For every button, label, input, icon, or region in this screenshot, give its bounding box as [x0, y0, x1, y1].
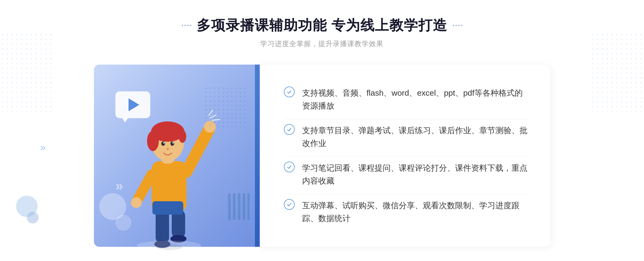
- small-circle: [27, 212, 39, 223]
- svg-point-15: [161, 141, 165, 146]
- dot7: [458, 25, 460, 26]
- left-decorator-dots: [182, 25, 191, 26]
- feature-text-2: 支持章节目录、弹题考试、课后练习、课后作业、章节测验、批改作业: [302, 124, 529, 150]
- bg-dots-left: [0, 32, 54, 113]
- svg-point-19: [166, 148, 169, 150]
- check-icon-3: [284, 162, 295, 172]
- svg-rect-24: [152, 201, 183, 215]
- svg-rect-31: [247, 193, 250, 220]
- left-panel: »: [94, 65, 255, 247]
- svg-rect-28: [233, 193, 236, 220]
- svg-rect-27: [228, 193, 231, 220]
- dot8: [461, 25, 462, 26]
- feature-text-1: 支持视频、音频、flash、word、excel、ppt、pdf等各种格式的资源…: [302, 87, 529, 112]
- blue-circles-deco: [16, 196, 39, 223]
- check-icon-1: [284, 87, 295, 97]
- dot6: [455, 25, 457, 26]
- content-area: »: [94, 65, 550, 247]
- dot3: [187, 25, 189, 26]
- feature-item-1: 支持视频、音频、flash、word、excel、ppt、pdf等各种格式的资源…: [284, 82, 529, 117]
- striped-deco: [228, 193, 250, 220]
- check-icon-4: [284, 199, 295, 210]
- svg-rect-30: [243, 193, 245, 220]
- dot1: [182, 25, 183, 26]
- header-section: 多项录播课辅助功能 专为线上教学打造 学习进度全掌握，提升录播课教学效果: [182, 16, 462, 49]
- dot5: [453, 25, 454, 26]
- feature-item-3: 学习笔记回看、课程提问、课程评论打分、课件资料下载，重点内容收藏: [284, 156, 529, 192]
- svg-line-6: [186, 129, 209, 172]
- circle-deco-2: [115, 215, 131, 231]
- bg-dots-right: [590, 32, 644, 113]
- feature-item-4: 互动弹幕、试听购买、微信分享、观看次数限制、学习进度跟踪、数据统计: [284, 194, 529, 230]
- svg-line-23: [209, 110, 213, 115]
- svg-text:»: »: [115, 178, 123, 193]
- page-container: 多项录播课辅助功能 专为线上教学打造 学习进度全掌握，提升录播课教学效果: [0, 0, 644, 261]
- feature-text-4: 互动弹幕、试听购买、微信分享、观看次数限制、学习进度跟踪、数据统计: [302, 199, 529, 225]
- svg-point-17: [163, 142, 165, 144]
- svg-point-14: [179, 130, 186, 143]
- svg-point-18: [173, 142, 174, 144]
- page-title: 多项录播课辅助功能 专为线上教学打造: [197, 16, 447, 35]
- svg-line-21: [210, 115, 216, 118]
- svg-point-9: [131, 197, 142, 208]
- svg-line-8: [137, 174, 152, 201]
- svg-line-22: [212, 120, 219, 120]
- header-decorators: 多项录播课辅助功能 专为线上教学打造: [182, 16, 462, 35]
- svg-rect-29: [238, 193, 240, 220]
- right-decorator-dots: [453, 25, 462, 26]
- check-icon-2: [284, 124, 295, 135]
- feature-text-3: 学习笔记回看、课程提问、课程评论打分、课件资料下载，重点内容收藏: [302, 162, 529, 187]
- svg-point-13: [147, 131, 159, 151]
- dot2: [184, 25, 186, 26]
- page-subtitle: 学习进度全掌握，提升录播课教学效果: [182, 39, 462, 49]
- svg-point-16: [170, 141, 174, 146]
- feature-item-2: 支持章节目录、弹题考试、课后练习、课后作业、章节测验、批改作业: [284, 119, 529, 155]
- right-panel: 支持视频、音频、flash、word、excel、ppt、pdf等各种格式的资源…: [260, 65, 550, 247]
- dot4: [190, 25, 191, 26]
- svg-point-25: [137, 241, 201, 250]
- left-arrow-decoration: »: [40, 142, 46, 153]
- accent-bar: [255, 65, 260, 247]
